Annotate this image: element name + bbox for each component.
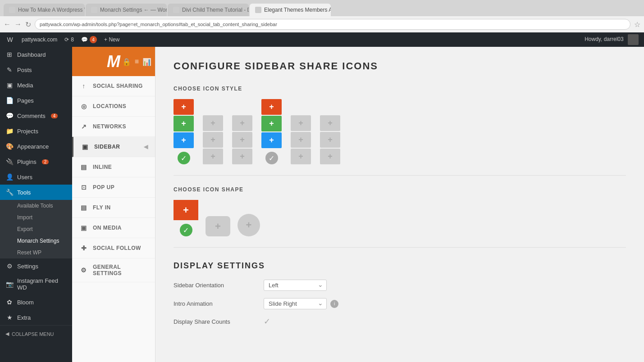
collapse-menu-button[interactable]: ◀ COLLAPSE MENU [0, 325, 72, 342]
admin-bar-comments[interactable]: 💬 4 [81, 36, 97, 43]
general-settings-icon: ⚙ [79, 266, 88, 275]
tab-1[interactable]: How To Make A Wordpress We... ✕ [4, 4, 85, 16]
monarch-nav-networks[interactable]: ↗ NETWORKS [72, 117, 155, 137]
monarch-bar-icon[interactable]: 📊 [142, 57, 151, 66]
intro-animation-select[interactable]: Slide Right Slide Left Fade In [264, 298, 327, 309]
browser-chrome: How To Make A Wordpress We... ✕ Monarch … [0, 0, 644, 32]
icon-style-option-4[interactable]: + + + ✓ [261, 99, 282, 164]
submenu-export[interactable]: Export [0, 223, 72, 235]
admin-bar-left: W pattywack.com ⟳ 8 💬 4 + New [5, 35, 119, 44]
sidebar-item-appearance[interactable]: 🎨 Appearance [0, 139, 72, 154]
tab-4-icon [255, 7, 261, 13]
icon-style-option-2[interactable]: + + + [203, 115, 223, 164]
admin-bar-updates[interactable]: ⟳ 8 [64, 36, 74, 43]
refresh-button[interactable]: ↻ [25, 20, 31, 29]
tab-2[interactable]: Monarch Settings ← — WordPr... ✕ [86, 4, 167, 16]
sidebar-item-dashboard-label: Dashboard [17, 51, 46, 58]
monarch-lock-icon[interactable]: 🔒 [122, 57, 131, 66]
bookmark-button[interactable]: ☆ [634, 20, 640, 29]
monarch-nav-social-follow[interactable]: ✚ SOCIAL FOLLOW [72, 238, 155, 258]
appearance-icon: 🎨 [5, 142, 14, 150]
sidebar-item-bloom-label: Bloom [17, 299, 34, 306]
icon-style-section-title: CHOOSE ICON STYLE [174, 86, 626, 92]
sidebar-orientation-select[interactable]: Left Right [264, 280, 327, 291]
on-media-label: ON MEDIA [93, 225, 122, 231]
tab-3-label: Divi Child Theme Tutorial - Di... [182, 7, 249, 13]
monarch-nav-inline[interactable]: ▤ INLINE [72, 157, 155, 177]
sidebar-item-comments-label: Comments [17, 113, 46, 119]
monarch-nav-general-settings[interactable]: ⚙ GENERAL SETTINGS [72, 258, 155, 282]
admin-bar-right: Howdy, darrel03 [585, 34, 639, 45]
sidebar-item-pages[interactable]: 📄 Pages [0, 93, 72, 108]
sidebar-item-tools[interactable]: 🔧 Tools [0, 185, 72, 200]
popup-label: POP UP [93, 184, 114, 190]
icon-btn-gray-5a: + [291, 115, 311, 131]
icon-style-option-1[interactable]: + + + ✓ [174, 99, 194, 164]
tab-4[interactable]: Elegant Themes Members Are... ✕ [250, 4, 331, 16]
section-divider-1 [174, 175, 626, 176]
intro-animation-info-icon[interactable]: i [330, 300, 338, 308]
monarch-nav-sidebar[interactable]: ▣ SIDEBAR ◀ [72, 137, 155, 157]
display-share-counts-checkbox[interactable]: ✓ [264, 317, 270, 326]
submenu-available-tools[interactable]: Available Tools [0, 200, 72, 212]
icon-style-option-5[interactable]: + + + [291, 115, 311, 164]
user-avatar[interactable] [628, 34, 639, 45]
media-icon: ▣ [5, 81, 14, 89]
submenu-reset-wp[interactable]: Reset WP [0, 247, 72, 258]
sidebar-item-dashboard[interactable]: ⊞ Dashboard [0, 47, 72, 62]
tools-icon: 🔧 [5, 188, 14, 196]
url-bar[interactable]: pattywack.com/wp-admin/tools.php?page=et… [35, 19, 630, 30]
icon-stack-2: + + + [203, 115, 223, 164]
wp-logo[interactable]: W [5, 35, 14, 44]
admin-bar-new[interactable]: + New [104, 36, 119, 43]
sidebar-item-projects[interactable]: 📁 Projects [0, 123, 72, 139]
monarch-logo: M [107, 52, 120, 71]
shape-option-circle[interactable]: + [238, 214, 260, 236]
sidebar-item-extra[interactable]: ★ Extra [0, 310, 72, 325]
on-media-icon: ▣ [79, 223, 88, 232]
icon-btn-gray-6a: + [320, 115, 340, 131]
sidebar-item-plugins[interactable]: 🔌 Plugins 2 [0, 154, 72, 169]
main-content: CONFIGURE SIDEBAR SHARE ICONS CHOOSE ICO… [155, 47, 644, 362]
tab-3-icon [173, 7, 179, 13]
sidebar-item-bloom[interactable]: ✿ Bloom [0, 294, 72, 310]
locations-label: LOCATIONS [93, 103, 126, 109]
icon-btn-gray-2a: + [203, 115, 223, 131]
monarch-chart-icon[interactable]: ≡ [135, 57, 139, 66]
monarch-nav-locations[interactable]: ◎ LOCATIONS [72, 96, 155, 117]
wp-admin-bar: W pattywack.com ⟳ 8 💬 4 + New Howdy, dar… [0, 32, 644, 47]
icon-shape-grid: + ✓ + + [174, 200, 626, 236]
extra-icon: ★ [5, 313, 14, 321]
admin-bar-site[interactable]: pattywack.com [22, 36, 57, 43]
icon-stack-5: + + + [291, 115, 311, 164]
page-title: CONFIGURE SIDEBAR SHARE ICONS [174, 60, 626, 72]
sidebar-item-users[interactable]: 👤 Users [0, 169, 72, 185]
monarch-nav-social-sharing[interactable]: ↑ SOCIAL SHARING [72, 76, 155, 96]
sidebar-nav-icon: ▣ [81, 142, 90, 151]
icon-style-option-3[interactable]: + + + [232, 115, 252, 164]
sidebar-item-instagram[interactable]: 📷 Instagram Feed WD [0, 274, 72, 294]
tab-2-label: Monarch Settings ← — WordPr... [100, 7, 167, 13]
sidebar-item-media[interactable]: ▣ Media [0, 77, 72, 93]
sidebar-item-appearance-label: Appearance [17, 143, 49, 150]
monarch-nav-popup[interactable]: ⊡ POP UP [72, 177, 155, 198]
icon-btn-green-4: + [261, 116, 282, 131]
shape-option-rounded[interactable]: + [206, 216, 230, 236]
display-settings-title: DISPLAY SETTINGS [174, 261, 626, 271]
sidebar-item-comments[interactable]: 💬 Comments 4 [0, 108, 72, 123]
monarch-nav-fly-in[interactable]: ▤ FLY IN [72, 198, 155, 218]
tab-1-icon [9, 7, 15, 13]
back-button[interactable]: ← [4, 20, 11, 28]
icon-style-option-6[interactable]: + + + [320, 115, 340, 164]
tab-3[interactable]: Divi Child Theme Tutorial - Di... ✕ [168, 4, 249, 16]
fly-in-icon: ▤ [79, 203, 88, 212]
submenu-monarch-settings[interactable]: Monarch Settings [0, 235, 72, 247]
submenu-import[interactable]: Import [0, 212, 72, 223]
forward-button[interactable]: → [14, 20, 22, 28]
comments-badge: 4 [51, 113, 58, 118]
sidebar-item-settings[interactable]: ⚙ Settings [0, 258, 72, 274]
sidebar-item-posts[interactable]: ✎ Posts [0, 62, 72, 77]
social-sharing-label: SOCIAL SHARING [93, 83, 143, 89]
shape-option-square[interactable]: + ✓ [174, 200, 198, 236]
monarch-nav-on-media[interactable]: ▣ ON MEDIA [72, 218, 155, 238]
